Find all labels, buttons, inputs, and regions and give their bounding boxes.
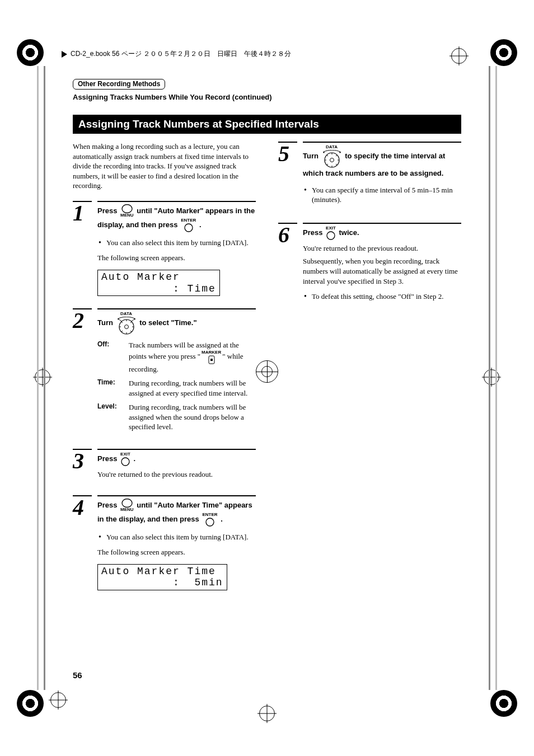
step-5: 5 Turn DATA [278,142,461,210]
text-fragment: Press [97,501,119,509]
lcd-display: Auto Marker : Time [97,270,220,296]
step-4-title: Press MENU until "Auto Marker Time" appe… [97,499,256,527]
body-text: Subsequently, when you begin recording, … [303,256,461,286]
left-column: When making a long recording such as a l… [73,142,256,603]
crop-rail-icon [489,66,490,690]
crop-rail-icon [44,66,45,690]
term-level: Level: [97,402,129,410]
registration-mark-icon [17,690,44,717]
slug-text: CD-2_e.book 56 ページ ２００５年２月２０日 日曜日 午後４時２８… [71,49,291,59]
text-fragment: Press [303,228,325,237]
text-fragment: Press [97,454,119,463]
def-off: Track numbers will be assigned at the po… [129,340,256,374]
step-6: 6 Press EXIT twice. You're returned to t… [278,223,461,307]
body-text: You're returned to the previous readout. [303,243,461,253]
svg-line-10 [121,331,123,332]
registration-mark-icon [490,39,517,66]
section-title: Assigning Track Numbers at Specified Int… [73,115,461,134]
bullet: You can specify a time interval of 5 min… [303,185,461,205]
body-text: You're returned to the previous readout. [97,469,256,480]
svg-point-17 [325,153,339,167]
page-content: Other Recording Methods Assigning Tracks… [73,78,461,678]
step-6-title: Press EXIT twice. [303,226,461,240]
definitions: Off: Track numbers will be assigned at t… [97,340,256,432]
intro-text: When making a long recording such as a l… [73,142,256,191]
exit-button-icon: EXIT [326,226,336,240]
svg-line-11 [130,322,132,323]
svg-line-26 [336,155,337,156]
step-number: 2 [73,308,92,331]
data-dial-icon: DATA [116,312,137,335]
text-fragment: . [221,515,223,523]
step-5-title: Turn DATA [303,145,461,180]
svg-line-23 [327,155,328,156]
lcd-display: Auto Marker Time : 5min [97,564,227,590]
svg-point-18 [330,158,334,162]
marker-button-icon: MARKER [202,350,221,364]
text-fragment: . [133,454,135,463]
menu-button-icon: MENU [120,499,134,513]
step-4: 4 Press MENU until "Auto Marker Time" ap… [73,495,256,590]
right-column: 5 Turn DATA [278,142,461,603]
exit-button-icon: EXIT [120,452,130,466]
step-1: 1 Press MENU until "Auto Marker" appears… [73,201,256,296]
step-number: 1 [73,201,92,223]
text-fragment: twice. [339,228,359,237]
step-number: 6 [278,223,297,245]
crosshair-icon [451,48,467,64]
svg-line-9 [130,331,132,332]
crosshair-icon [50,692,66,708]
registration-mark-icon [17,39,44,66]
step-3-title: Press EXIT . [97,452,256,466]
svg-line-24 [336,164,337,165]
text-fragment: . [199,220,202,229]
registration-mark-icon [490,690,517,717]
step-1-title: Press MENU until "Auto Marker" appears i… [97,204,256,232]
svg-point-16 [206,518,214,526]
step-number: 5 [278,142,297,164]
svg-point-27 [327,232,335,240]
text-fragment: to select "Time." [139,318,196,327]
svg-point-2 [119,320,134,334]
enter-button-icon: ENTER [202,513,217,527]
continued-heading: Assigning Tracks Numbers While You Recor… [73,93,461,101]
menu-button-icon: MENU [120,204,134,218]
step-number: 4 [73,495,92,518]
crosshair-icon [484,369,499,385]
def-time: During recording, track numbers will be … [129,378,256,398]
text-fragment: Turn [303,152,321,160]
page-number: 56 [73,670,82,680]
crosshair-icon [35,369,50,385]
text-fragment: Press [97,206,119,215]
svg-line-25 [327,164,328,165]
svg-point-3 [124,325,128,329]
svg-rect-13 [210,359,213,361]
arrow-right-icon [62,51,67,58]
data-dial-icon: DATA [322,145,342,168]
svg-point-0 [122,204,132,213]
step-3: 3 Press EXIT . You're returned to the pr… [73,449,256,483]
section-tag: Other Recording Methods [73,79,165,90]
svg-point-15 [122,499,132,507]
text-fragment: Turn [97,318,115,327]
svg-point-14 [121,458,129,466]
svg-line-8 [121,322,123,323]
crosshair-icon [259,706,275,721]
body-text: The following screen appears. [97,253,256,263]
def-level: During recording, track numbers will be … [129,402,256,432]
print-slug: CD-2_e.book 56 ページ ２００５年２月２０日 日曜日 午後４時２８… [62,49,291,59]
step-2-title: Turn DATA [97,312,256,335]
bullet: To defeat this setting, choose "Off" in … [303,292,461,302]
bullet: You can also select this item by turning… [97,532,256,542]
bullet: You can also select this item by turning… [97,238,256,248]
body-text: The following screen appears. [97,547,256,557]
step-2: 2 Turn DATA [73,308,256,436]
enter-button-icon: ENTER [181,218,196,232]
step-number: 3 [73,449,92,471]
term-off: Off: [97,340,129,348]
svg-point-1 [185,224,193,232]
term-time: Time: [97,378,129,386]
